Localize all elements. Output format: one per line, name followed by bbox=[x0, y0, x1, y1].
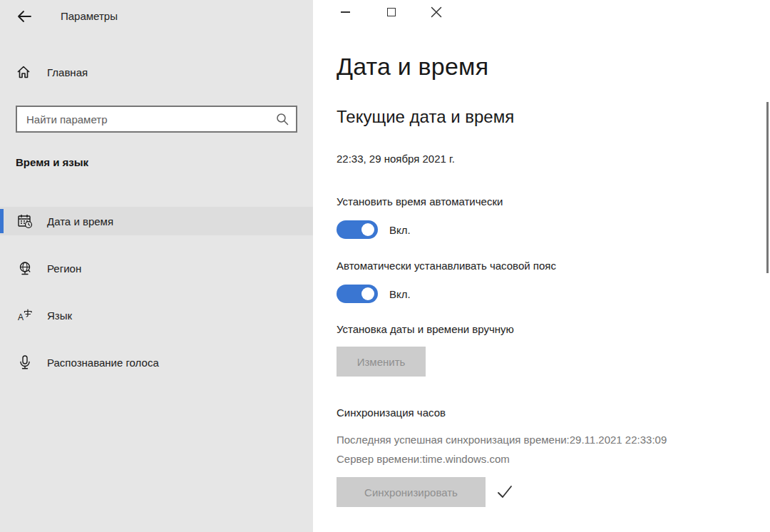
sync-now-button[interactable]: Синхронизировать bbox=[337, 477, 486, 507]
maximize-button[interactable] bbox=[375, 0, 408, 24]
calendar-clock-icon bbox=[17, 213, 33, 229]
label-auto-time: Установить время автоматически bbox=[337, 195, 503, 208]
change-button[interactable]: Изменить bbox=[337, 347, 426, 377]
auto-time-toggle-row: Вкл. bbox=[337, 220, 411, 240]
sidebar-group-header: Время и язык bbox=[16, 156, 88, 168]
sidebar: Параметры Главная Время и язык bbox=[0, 0, 313, 532]
sync-row: Синхронизировать bbox=[337, 477, 514, 507]
sidebar-item-speech[interactable]: Распознавание голоса bbox=[0, 348, 313, 377]
sidebar-item-label: Главная bbox=[47, 66, 88, 78]
settings-window: Параметры Главная Время и язык bbox=[0, 0, 770, 532]
search-icon[interactable] bbox=[275, 112, 289, 126]
page-title: Дата и время bbox=[337, 53, 488, 81]
toggle-knob bbox=[361, 287, 374, 300]
home-icon bbox=[16, 64, 31, 80]
language-icon: A bbox=[17, 307, 33, 323]
section-title-current: Текущие дата и время bbox=[337, 107, 514, 127]
close-icon bbox=[431, 6, 442, 18]
sidebar-item-label: Регион bbox=[47, 262, 81, 275]
search-input[interactable] bbox=[17, 107, 296, 131]
toggle-state-label: Вкл. bbox=[389, 224, 411, 236]
label-manual-set: Установка даты и времени вручную bbox=[337, 323, 514, 335]
back-arrow-icon bbox=[16, 9, 33, 24]
auto-timezone-toggle-row: Вкл. bbox=[337, 284, 411, 304]
search-box bbox=[16, 106, 297, 133]
sidebar-item-label: Распознавание голоса bbox=[47, 357, 159, 369]
globe-icon bbox=[17, 260, 33, 276]
last-sync-text: Последняя успешная синхронизация времени… bbox=[337, 434, 667, 446]
back-button[interactable] bbox=[13, 6, 36, 27]
app-title: Параметры bbox=[61, 10, 118, 22]
close-button[interactable] bbox=[420, 0, 453, 24]
sidebar-item-region[interactable]: Регион bbox=[0, 254, 313, 282]
microphone-icon bbox=[17, 354, 33, 370]
selected-accent-bar bbox=[0, 209, 4, 233]
label-clock-sync: Синхронизация часов bbox=[337, 406, 446, 419]
sidebar-item-home[interactable]: Главная bbox=[0, 61, 313, 83]
toggle-state-label: Вкл. bbox=[389, 288, 411, 300]
current-datetime: 22:33, 29 ноября 2021 г. bbox=[337, 153, 455, 165]
sidebar-item-label: Дата и время bbox=[47, 215, 113, 227]
auto-time-toggle[interactable] bbox=[337, 220, 378, 239]
minimize-button[interactable] bbox=[329, 0, 361, 24]
svg-text:A: A bbox=[18, 312, 24, 322]
scrollbar-thumb[interactable] bbox=[766, 102, 769, 273]
checkmark-icon bbox=[496, 483, 514, 501]
label-auto-timezone: Автоматически устанавливать часовой пояс bbox=[337, 260, 556, 272]
maximize-icon bbox=[387, 8, 396, 16]
toggle-knob bbox=[361, 223, 374, 236]
time-server-text: Сервер времени:time.windows.com bbox=[337, 453, 510, 465]
minimize-icon bbox=[341, 11, 350, 13]
sidebar-item-date-time[interactable]: Дата и время bbox=[0, 207, 313, 235]
sidebar-item-language[interactable]: A Язык bbox=[0, 301, 313, 329]
auto-timezone-toggle[interactable] bbox=[337, 285, 378, 303]
sidebar-item-label: Язык bbox=[47, 310, 72, 322]
